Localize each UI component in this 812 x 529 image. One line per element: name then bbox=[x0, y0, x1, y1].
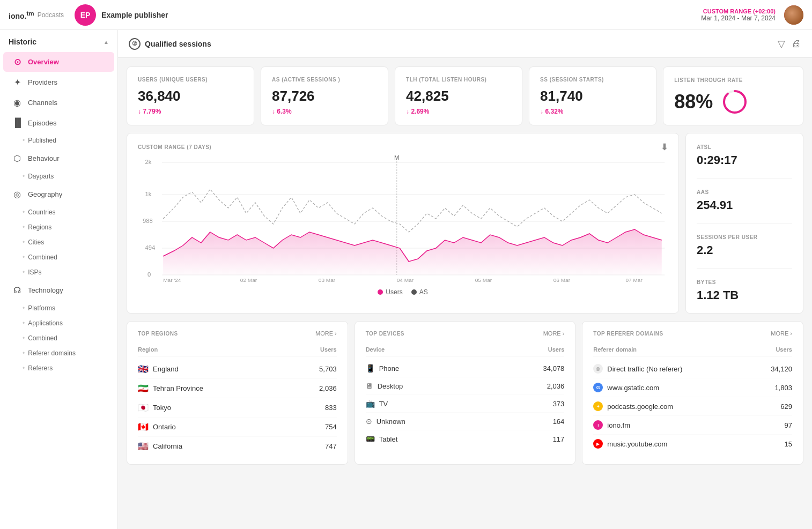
row-name: music.youtube.com bbox=[607, 440, 667, 448]
sidebar-item-label: Behaviour bbox=[28, 154, 60, 162]
sidebar-sub-item-published[interactable]: Published bbox=[0, 133, 117, 148]
col-users: Users bbox=[320, 346, 337, 353]
sidebar-sub-item-dayparts[interactable]: Dayparts bbox=[0, 169, 117, 184]
top-bar-left: ② Qualified sessions bbox=[129, 38, 211, 50]
top-referers-header: TOP REFERER DOMAINS MORE › bbox=[593, 330, 792, 337]
table-row: G www.gstatic.com 1,803 bbox=[593, 378, 792, 397]
sidebar-item-label: Providers bbox=[28, 78, 57, 86]
top-referers-col-headers: Referer domain Users bbox=[593, 343, 792, 356]
svg-text:1k: 1k bbox=[145, 191, 152, 197]
chevron-up-icon: ▲ bbox=[104, 39, 109, 45]
sidebar-sub-item-combined-tech[interactable]: Combined bbox=[0, 331, 117, 346]
dayparts-label: Dayparts bbox=[28, 173, 54, 180]
row-value: 833 bbox=[325, 404, 337, 412]
sidebar-item-overview[interactable]: ⊙ Overview bbox=[3, 52, 114, 72]
atsl-label: ATSL bbox=[697, 144, 792, 150]
svg-text:03 Mar: 03 Mar bbox=[319, 278, 336, 283]
sidebar-sub-item-isps[interactable]: ISPs bbox=[0, 265, 117, 280]
divider bbox=[697, 268, 792, 269]
row-left: G www.gstatic.com bbox=[593, 383, 659, 392]
table-row: 🇺🇸 California 747 bbox=[138, 437, 337, 456]
table-row: i iono.fm 97 bbox=[593, 416, 792, 435]
sidebar-sub-item-referers[interactable]: Referers bbox=[0, 361, 117, 376]
row-left: 📱 Phone bbox=[366, 364, 400, 372]
sidebar-item-providers[interactable]: ✦ Providers bbox=[3, 72, 114, 92]
spu-label: SESSIONS PER USER bbox=[697, 234, 792, 240]
sidebar-item-channels[interactable]: ◉ Channels bbox=[3, 93, 114, 113]
row-value: 1,803 bbox=[774, 384, 792, 392]
top-referers-more[interactable]: MORE › bbox=[771, 330, 792, 337]
sidebar-item-behaviour[interactable]: ⬡ Behaviour bbox=[3, 148, 114, 168]
filter-icon[interactable]: ▽ bbox=[778, 38, 785, 50]
chart-row: CUSTOM RANGE (7 DAYS) ⬇ 2k 1k 988 494 0 bbox=[127, 133, 803, 314]
top-devices-more[interactable]: MORE › bbox=[543, 330, 565, 337]
row-left: ✦ podcasts.google.com bbox=[593, 401, 673, 411]
sidebar-sub-item-regions[interactable]: Regions bbox=[0, 220, 117, 235]
unknown-icon: ⊙ bbox=[366, 417, 372, 426]
row-value: 747 bbox=[325, 442, 337, 450]
tablet-icon: 📟 bbox=[366, 435, 375, 443]
user-avatar[interactable] bbox=[784, 5, 803, 25]
sidebar-item-label: Technology bbox=[28, 286, 63, 294]
row-left: 🇬🇧 England bbox=[138, 364, 179, 374]
sidebar-item-geography[interactable]: ◎ Geography bbox=[3, 184, 114, 204]
svg-text:05 Mar: 05 Mar bbox=[475, 278, 492, 283]
sidebar-sub-item-platforms[interactable]: Platforms bbox=[0, 301, 117, 316]
stat-card-ltr: LISTEN THROUGH RATE 88% bbox=[663, 66, 803, 125]
regions-label: Regions bbox=[28, 223, 51, 231]
logo-text: iono.tm bbox=[9, 10, 34, 20]
row-value: 15 bbox=[785, 440, 792, 448]
table-row: ▶ music.youtube.com 15 bbox=[593, 435, 792, 453]
row-name: California bbox=[153, 442, 182, 450]
geography-icon: ◎ bbox=[12, 189, 23, 199]
referer-icon-direct: ◎ bbox=[593, 364, 603, 374]
table-row: 🇨🇦 Ontario 754 bbox=[138, 418, 337, 437]
row-name: Tokyo bbox=[153, 404, 171, 412]
top-devices-title: TOP DEVICES bbox=[366, 331, 404, 337]
logo-tm: tm bbox=[26, 10, 34, 17]
divider bbox=[697, 178, 792, 178]
sidebar-sub-item-cities[interactable]: Cities bbox=[0, 235, 117, 250]
isps-label: ISPs bbox=[28, 269, 41, 276]
date-range-dates: Mar 1, 2024 - Mar 7, 2024 bbox=[701, 14, 776, 22]
overview-icon: ⊙ bbox=[12, 57, 23, 67]
row-left: 📺 TV bbox=[366, 399, 388, 408]
ltr-value: 88% bbox=[674, 88, 748, 115]
top-bar-title: Qualified sessions bbox=[145, 40, 211, 48]
sidebar-sub-item-applications[interactable]: Applications bbox=[0, 316, 117, 331]
sidebar: Historic ▲ ⊙ Overview ✦ Providers ◉ Chan… bbox=[0, 30, 118, 529]
sidebar-section-header[interactable]: Historic ▲ bbox=[0, 30, 117, 51]
print-icon[interactable]: 🖨 bbox=[792, 38, 801, 49]
episodes-icon: ▐▌ bbox=[12, 118, 23, 128]
row-value: 164 bbox=[553, 418, 565, 426]
tv-icon: 📺 bbox=[366, 399, 375, 408]
sidebar-item-technology[interactable]: ☊ Technology bbox=[3, 280, 114, 300]
header: iono.tm Podcasts EP Example publisher CU… bbox=[0, 0, 812, 30]
sidebar-sub-item-referer-domains[interactable]: Referer domains bbox=[0, 346, 117, 361]
svg-text:988: 988 bbox=[143, 218, 153, 224]
row-left: ▶ music.youtube.com bbox=[593, 439, 667, 449]
table-row: ⊙ Unknown 164 bbox=[366, 413, 565, 430]
as-change: ↓ 6.3% bbox=[272, 108, 377, 115]
applications-label: Applications bbox=[28, 319, 63, 327]
row-name: Tehran Province bbox=[153, 384, 203, 392]
table-row: 🇬🇧 England 5,703 bbox=[138, 360, 337, 379]
referer-icon-google-podcasts: ✦ bbox=[593, 401, 603, 411]
col-users: Users bbox=[548, 346, 565, 353]
stat-cards: USERS (UNIQUE USERS) 36,840 ↓ 7.79% AS (… bbox=[127, 66, 803, 125]
download-icon[interactable]: ⬇ bbox=[661, 142, 668, 152]
sidebar-sub-item-countries[interactable]: Countries bbox=[0, 205, 117, 220]
bytes-label: BYTES bbox=[697, 279, 792, 285]
top-regions-more[interactable]: MORE › bbox=[315, 330, 337, 337]
date-range[interactable]: CUSTOM RANGE (+02:00) Mar 1, 2024 - Mar … bbox=[701, 8, 776, 22]
top-regions-title: TOP REGIONS bbox=[138, 331, 178, 337]
referer-icon-youtube: ▶ bbox=[593, 439, 603, 449]
phone-icon: 📱 bbox=[366, 364, 375, 372]
users-label: USERS (UNIQUE USERS) bbox=[138, 77, 243, 83]
ss-value: 81,740 bbox=[540, 88, 645, 105]
combined-tech-label: Combined bbox=[28, 334, 57, 342]
sidebar-sub-item-combined[interactable]: Combined bbox=[0, 250, 117, 265]
referer-domains-label: Referer domains bbox=[28, 349, 76, 357]
publisher-name: Example publisher bbox=[101, 11, 168, 19]
sidebar-item-episodes[interactable]: ▐▌ Episodes bbox=[3, 113, 114, 132]
